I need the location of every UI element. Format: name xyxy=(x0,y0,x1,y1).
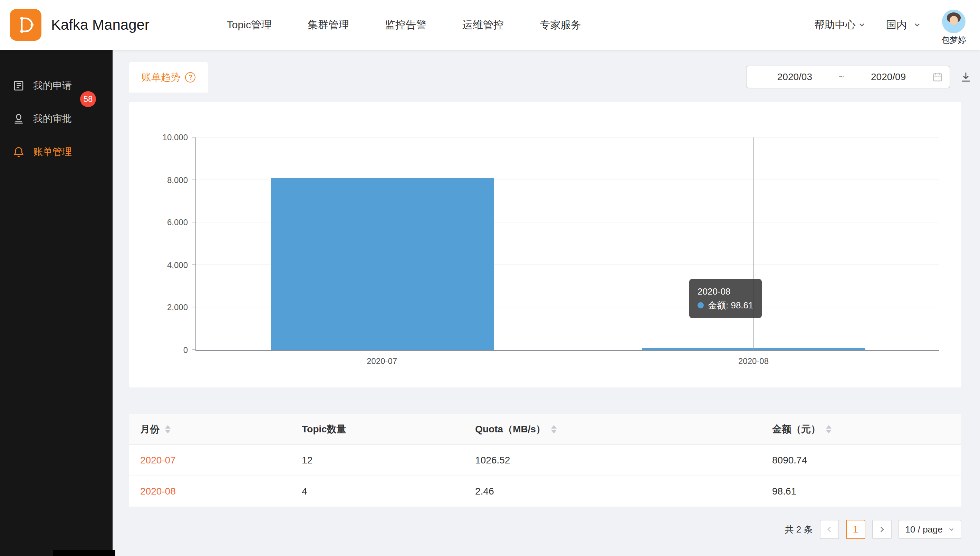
column-label: Quota（MB/s） xyxy=(475,423,546,436)
calendar-icon xyxy=(932,72,943,82)
tab-bill-trend[interactable]: 账单趋势 ? xyxy=(129,62,208,92)
table-row: 2020-07 12 1026.52 8090.74 xyxy=(129,445,961,476)
quota-cell: 2.46 xyxy=(464,476,761,507)
chevron-down-icon xyxy=(859,21,865,28)
table-header-row: 月份 Topic数量 Quota（MB/s） xyxy=(129,414,961,445)
date-end-value[interactable]: 2020/09 xyxy=(847,71,930,82)
sidebar-item-label: 我的申请 xyxy=(33,79,72,92)
month-link[interactable]: 2020-08 xyxy=(140,486,176,496)
app-title: Kafka Manager xyxy=(51,16,150,33)
y-tick-mark xyxy=(192,179,195,180)
bill-table: 月份 Topic数量 Quota（MB/s） xyxy=(129,414,961,507)
page-size-select[interactable]: 10 / page xyxy=(899,520,961,539)
region-menu[interactable]: 国内 xyxy=(886,18,920,32)
axis-pointer-line xyxy=(754,137,754,350)
help-center-label: 帮助中心 xyxy=(814,18,856,32)
top-nav: Topic管理 集群管理 监控告警 运维管控 专家服务 xyxy=(227,18,581,32)
date-start-value[interactable]: 2020/03 xyxy=(754,71,836,82)
page-size-value: 10 / page xyxy=(906,524,943,535)
main-content: 账单趋势 ? 2020/03 ~ 2020/09 xyxy=(113,50,980,556)
y-tick-mark xyxy=(192,307,195,307)
header-right: 帮助中心 国内 包梦婷 xyxy=(814,4,966,45)
sidebar: 我的申请 我的审批 58 账单管 xyxy=(0,50,113,556)
sidebar-item-my-approvals[interactable]: 我的审批 58 xyxy=(0,102,113,136)
sidebar-item-label: 账单管理 xyxy=(33,145,72,158)
bill-trend-chart-card: 2020-08 金额: 98.61 02,0004,0006,0008,0001… xyxy=(129,102,961,388)
sort-icon[interactable] xyxy=(165,425,171,433)
help-center-menu[interactable]: 帮助中心 xyxy=(814,18,865,32)
column-label: 月份 xyxy=(140,423,160,436)
column-header-month[interactable]: 月份 xyxy=(129,414,291,445)
sidebar-bottom-bar xyxy=(53,550,115,556)
bill-table-card: 月份 Topic数量 Quota（MB/s） xyxy=(129,414,961,507)
column-label: Topic数量 xyxy=(302,423,346,436)
next-page-button[interactable] xyxy=(872,520,891,539)
help-icon[interactable]: ? xyxy=(185,72,195,82)
tab-bill-trend-label: 账单趋势 xyxy=(142,71,180,84)
download-icon[interactable] xyxy=(960,71,972,83)
series-marker-icon xyxy=(697,302,704,309)
region-label: 国内 xyxy=(886,18,907,32)
quota-cell: 1026.52 xyxy=(464,445,761,476)
column-header-quota[interactable]: Quota（MB/s） xyxy=(464,414,761,445)
tooltip-series-line: 金额: 98.61 xyxy=(697,298,754,312)
clipboard-icon xyxy=(13,79,25,92)
y-tick-mark xyxy=(192,265,195,265)
y-tick-label: 10,000 xyxy=(144,132,188,143)
y-tick-mark xyxy=(192,349,195,350)
nav-item-monitor-alert[interactable]: 监控告警 xyxy=(385,18,426,32)
topics-cell: 12 xyxy=(291,445,464,476)
sort-icon[interactable] xyxy=(551,425,557,433)
sort-icon[interactable] xyxy=(826,425,831,433)
column-header-topics: Topic数量 xyxy=(291,414,464,445)
nav-item-cluster-manage[interactable]: 集群管理 xyxy=(308,18,349,32)
user-menu[interactable]: 包梦婷 xyxy=(941,10,966,45)
nav-item-expert-service[interactable]: 专家服务 xyxy=(540,18,581,32)
stamp-icon xyxy=(13,113,25,125)
date-range-separator: ~ xyxy=(836,71,847,82)
y-tick-label: 0 xyxy=(144,345,188,356)
y-gridline xyxy=(196,137,939,137)
bell-icon xyxy=(13,146,25,158)
app-root: Kafka Manager Topic管理 集群管理 监控告警 运维管控 专家服… xyxy=(0,0,980,556)
nav-item-ops-control[interactable]: 运维管控 xyxy=(462,18,504,32)
y-tick-label: 8,000 xyxy=(144,175,188,186)
prev-page-button[interactable] xyxy=(820,520,839,539)
month-link[interactable]: 2020-07 xyxy=(140,455,176,465)
date-range-picker[interactable]: 2020/03 ~ 2020/09 xyxy=(746,66,950,89)
avatar[interactable] xyxy=(942,10,965,33)
chart-tooltip: 2020-08 金额: 98.61 xyxy=(689,279,762,318)
logo-d-icon xyxy=(13,13,38,37)
y-tick-label: 4,000 xyxy=(144,260,188,271)
sidebar-item-label: 我的审批 xyxy=(33,112,72,125)
chart-plot: 2020-08 金额: 98.61 02,0004,0006,0008,0001… xyxy=(195,137,939,351)
y-tick-mark xyxy=(192,137,195,137)
chart-bar[interactable] xyxy=(271,178,494,350)
table-row: 2020-08 4 2.46 98.61 xyxy=(129,476,961,507)
column-header-amount[interactable]: 金额（元） xyxy=(761,414,961,445)
y-tick-label: 6,000 xyxy=(144,217,188,228)
x-tick-label: 2020-08 xyxy=(568,356,939,366)
chevron-down-icon xyxy=(914,21,920,28)
topics-cell: 4 xyxy=(291,476,464,507)
top-header: Kafka Manager Topic管理 集群管理 监控告警 运维管控 专家服… xyxy=(0,0,980,50)
amount-cell: 8090.74 xyxy=(761,445,961,476)
brand: Kafka Manager xyxy=(10,9,150,41)
total-count-text: 共 2 条 xyxy=(785,524,813,536)
chevron-down-icon xyxy=(948,526,954,533)
x-tick-label: 2020-07 xyxy=(196,356,568,366)
nav-item-topic-manage[interactable]: Topic管理 xyxy=(227,18,272,32)
toolbar-right: 2020/03 ~ 2020/09 xyxy=(746,62,972,89)
pagination: 共 2 条 1 10 / page xyxy=(129,520,961,539)
sidebar-item-billing[interactable]: 账单管理 xyxy=(0,136,113,168)
y-tick-mark xyxy=(192,222,195,222)
y-tick-label: 2,000 xyxy=(144,302,188,313)
tooltip-title: 2020-08 xyxy=(697,284,754,298)
page-1-button[interactable]: 1 xyxy=(846,520,865,539)
amount-cell: 98.61 xyxy=(761,476,961,507)
toolbar: 账单趋势 ? 2020/03 ~ 2020/09 xyxy=(129,62,972,92)
column-label: 金额（元） xyxy=(772,423,820,436)
app-logo[interactable] xyxy=(10,9,42,41)
approvals-count-badge: 58 xyxy=(80,91,96,107)
user-name: 包梦婷 xyxy=(941,34,966,45)
